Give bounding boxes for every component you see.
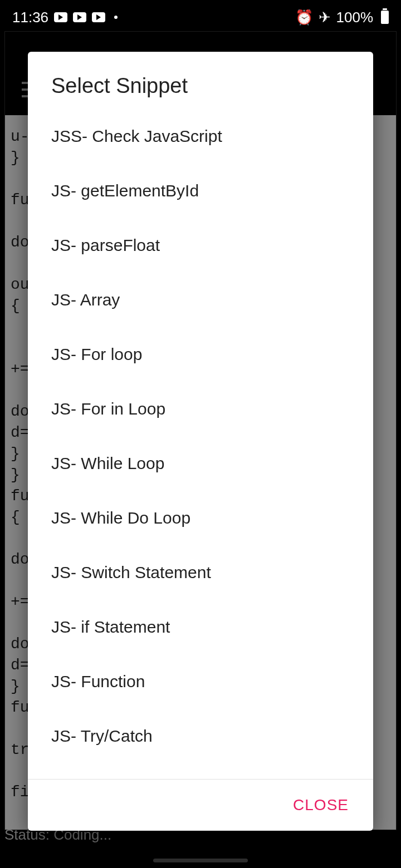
snippet-item-try-catch[interactable]: JS- Try/Catch bbox=[28, 709, 373, 763]
dialog-title: Select Snippet bbox=[28, 52, 373, 109]
battery-icon bbox=[381, 11, 389, 24]
close-button[interactable]: CLOSE bbox=[285, 792, 356, 818]
youtube-icon bbox=[54, 12, 67, 22]
snippet-item-if-statement[interactable]: JS- if Statement bbox=[28, 600, 373, 654]
snippet-item-check-javascript[interactable]: JSS- Check JavaScript bbox=[28, 109, 373, 164]
snippet-item-array[interactable]: JS- Array bbox=[28, 273, 373, 327]
status-bar: 11:36 ⏰ ✈ 100% bbox=[0, 0, 401, 31]
snippet-item-getelementbyid[interactable]: JS- getElementById bbox=[28, 164, 373, 218]
snippet-item-function[interactable]: JS- Function bbox=[28, 654, 373, 709]
select-snippet-dialog: Select Snippet JSS- Check JavaScript JS-… bbox=[28, 52, 373, 831]
snippet-item-switch-statement[interactable]: JS- Switch Statement bbox=[28, 545, 373, 600]
alarm-icon: ⏰ bbox=[295, 9, 313, 26]
status-right: ⏰ ✈ 100% bbox=[295, 9, 389, 26]
notification-dot-icon bbox=[114, 16, 118, 19]
status-time: 11:36 bbox=[12, 9, 48, 26]
youtube-icon bbox=[92, 12, 105, 22]
youtube-icon bbox=[73, 12, 86, 22]
snippet-item-while-do-loop[interactable]: JS- While Do Loop bbox=[28, 491, 373, 545]
airplane-icon: ✈ bbox=[319, 9, 331, 26]
snippet-item-for-in-loop[interactable]: JS- For in Loop bbox=[28, 382, 373, 436]
snippet-list[interactable]: JSS- Check JavaScript JS- getElementById… bbox=[28, 109, 373, 779]
status-left: 11:36 bbox=[12, 9, 118, 26]
snippet-item-parsefloat[interactable]: JS- parseFloat bbox=[28, 218, 373, 273]
battery-percent: 100% bbox=[336, 9, 374, 26]
snippet-item-for-loop[interactable]: JS- For loop bbox=[28, 327, 373, 382]
dialog-footer: CLOSE bbox=[28, 779, 373, 831]
snippet-item-while-loop[interactable]: JS- While Loop bbox=[28, 436, 373, 491]
